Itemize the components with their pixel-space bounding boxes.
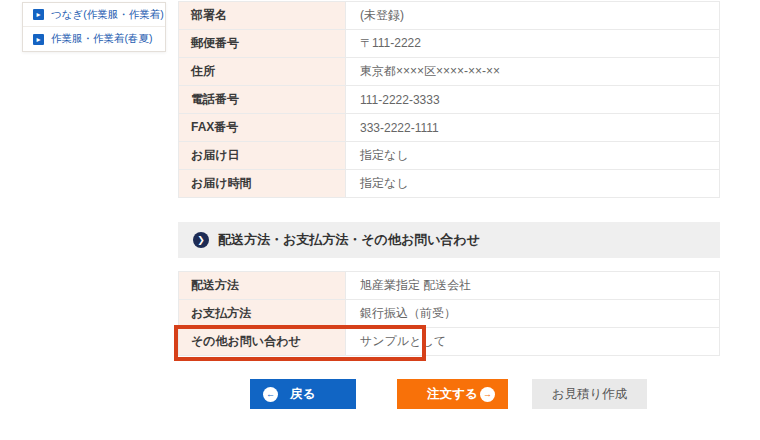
row-value: 銀行振込（前受） (346, 300, 720, 328)
row-label: 郵便番号 (179, 30, 346, 58)
sidebar-item-workwear[interactable]: ▸ 作業服・作業着(春夏) (23, 27, 165, 51)
row-label: お届け日 (179, 142, 346, 170)
row-label: 電話番号 (179, 86, 346, 114)
row-label: FAX番号 (179, 114, 346, 142)
table-row: FAX番号 333-2222-1111 (179, 114, 720, 142)
table-row: 配送方法 旭産業指定 配送会社 (179, 272, 720, 300)
sidebar-item-label: つなぎ(作業服・作業着) (51, 8, 164, 22)
row-value: 旭産業指定 配送会社 (346, 272, 720, 300)
section-header-shipping-payment: ❯ 配送方法・お支払方法・その他お問い合わせ (178, 222, 720, 258)
row-value: 指定なし (346, 142, 720, 170)
row-label: 住所 (179, 58, 346, 86)
row-label: 配送方法 (179, 272, 346, 300)
row-label: お届け時間 (179, 170, 346, 198)
sidebar-item-label: 作業服・作業着(春夏) (51, 32, 153, 46)
row-value: 111-2222-3333 (346, 86, 720, 114)
back-button[interactable]: ← 戻る (250, 379, 356, 409)
sidebar-item-tsunagi[interactable]: ▸ つなぎ(作業服・作業着) (23, 3, 165, 27)
chevron-right-circle-icon: ❯ (193, 232, 209, 248)
row-value: 〒111-2222 (346, 30, 720, 58)
table-row: お届け時間 指定なし (179, 170, 720, 198)
table-row: 住所 東京都××××区××××-××-×× (179, 58, 720, 86)
row-value: 東京都××××区××××-××-×× (346, 58, 720, 86)
row-value: 指定なし (346, 170, 720, 198)
chevron-right-icon: ▸ (33, 34, 44, 45)
table-row: お届け日 指定なし (179, 142, 720, 170)
order-button-label: 注文する (427, 386, 478, 403)
arrow-right-circle-icon: → (480, 387, 495, 402)
chevron-right-icon: ▸ (33, 9, 44, 20)
create-quote-button[interactable]: お見積り作成 (532, 379, 647, 409)
shipping-payment-table: 配送方法 旭産業指定 配送会社 お支払方法 銀行振込（前受） その他お問い合わせ… (178, 271, 720, 356)
order-button[interactable]: 注文する → (397, 379, 508, 409)
row-label: 部署名 (179, 2, 346, 30)
table-row: 部署名 (未登録) (179, 2, 720, 30)
table-row: お支払方法 銀行振込（前受） (179, 300, 720, 328)
table-row-other-inquiry: その他お問い合わせ サンプルとして (179, 328, 720, 356)
table-row: 電話番号 111-2222-3333 (179, 86, 720, 114)
arrow-left-circle-icon: ← (263, 387, 278, 402)
customer-info-table: 部署名 (未登録) 郵便番号 〒111-2222 住所 東京都××××区××××… (178, 1, 720, 198)
quote-button-label: お見積り作成 (552, 386, 628, 403)
row-label: その他お問い合わせ (179, 328, 346, 356)
row-value: サンプルとして (346, 328, 720, 356)
row-label: お支払方法 (179, 300, 346, 328)
order-confirmation-main: 部署名 (未登録) 郵便番号 〒111-2222 住所 東京都××××区××××… (178, 0, 720, 440)
row-value: 333-2222-1111 (346, 114, 720, 142)
section-title: 配送方法・お支払方法・その他お問い合わせ (218, 231, 480, 249)
category-sidebar: ▸ つなぎ(作業服・作業着) ▸ 作業服・作業着(春夏) (22, 2, 166, 52)
table-row: 郵便番号 〒111-2222 (179, 30, 720, 58)
back-button-label: 戻る (290, 386, 315, 403)
row-value: (未登録) (346, 2, 720, 30)
